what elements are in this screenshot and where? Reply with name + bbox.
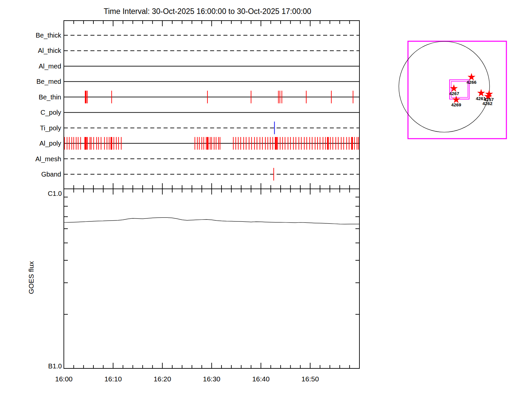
active-region-label-4266: 4266 [466, 80, 477, 85]
filter-label-al_thick: Al_thick [38, 47, 62, 55]
filter-label-be_thin: Be_thin [39, 93, 61, 101]
time-tick-label: 16:40 [252, 375, 270, 383]
solar-limb-circle [399, 42, 490, 132]
time-tick-label: 16:30 [203, 375, 220, 383]
fov-rect [408, 41, 506, 139]
time-tick-label: 16:10 [104, 375, 122, 383]
time-tick-label: 16:50 [302, 375, 319, 383]
filter-label-ti_poly: Ti_poly [40, 124, 61, 132]
time-tick-label: 16:20 [154, 375, 171, 383]
active-region-label-4269: 4269 [451, 102, 461, 107]
active-region-label-4267: 4267 [449, 91, 459, 96]
filter-label-al_mesh: Al_mesh [35, 155, 61, 163]
goes-y-axis-title: GOES flux [27, 261, 35, 294]
active-region-star-4266 [467, 73, 475, 81]
plot-title: Time Interval: 30-Oct-2025 16:00:00 to 3… [104, 7, 311, 16]
plot-canvas: Time Interval: 30-Oct-2025 16:00:00 to 3… [0, 0, 532, 399]
filter-label-c_poly: C_poly [41, 109, 61, 116]
filter-label-gband: Gband [41, 171, 61, 178]
time-tick-label: 16:00 [55, 375, 73, 383]
filter-label-be_med: Be_med [37, 78, 62, 85]
filter-panel-frame [64, 21, 359, 189]
active-region-label-4257: 4257 [484, 97, 494, 102]
filter-label-al_poly: Al_poly [39, 140, 61, 147]
goes-y-top-label: C1.0 [48, 190, 62, 197]
filter-label-be_thick: Be_thick [36, 32, 62, 39]
goes-flux-curve [64, 217, 359, 224]
goes-y-bottom-label: B1.0 [48, 362, 62, 370]
filter-label-al_med: Al_med [39, 63, 61, 70]
active-region-star-4261 [477, 89, 485, 97]
goes-panel-frame [64, 189, 359, 368]
